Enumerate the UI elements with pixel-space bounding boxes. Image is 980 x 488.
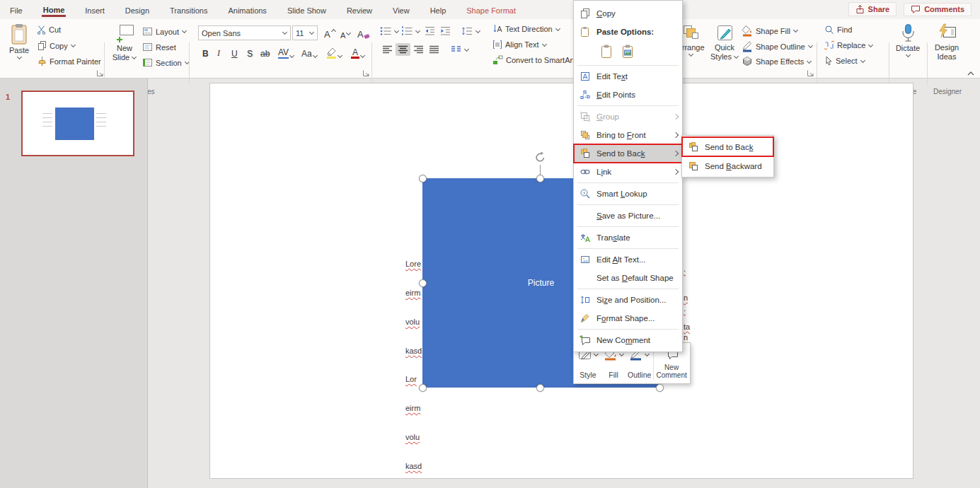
tab-review[interactable]: Review: [345, 3, 374, 17]
tab-slide-show[interactable]: Slide Show: [286, 3, 328, 17]
tab-home[interactable]: Home: [42, 2, 67, 17]
resize-handle-bottom-left[interactable]: [419, 384, 427, 392]
strikethrough-button[interactable]: ab: [259, 45, 271, 59]
align-text-icon: [492, 40, 502, 50]
tab-help[interactable]: Help: [429, 3, 448, 17]
font-dialog-launcher-icon[interactable]: [362, 69, 370, 77]
layout-button[interactable]: Layout: [142, 27, 187, 36]
menu-item-new-comment[interactable]: New Comment: [574, 331, 682, 349]
replace-button[interactable]: Replace: [824, 40, 873, 50]
caret-down-icon: [346, 30, 351, 35]
menu-item-copy[interactable]: Copy: [574, 4, 682, 23]
menu-item-size-position[interactable]: Size and Position...: [574, 291, 682, 309]
reset-button[interactable]: Reset: [142, 42, 176, 52]
justify-button[interactable]: [427, 43, 442, 56]
menu-item-smart-lookup[interactable]: Smart Lookup: [574, 185, 682, 203]
text-shadow-button[interactable]: S: [246, 45, 254, 59]
drawing-dialog-launcher-icon[interactable]: [807, 69, 814, 77]
copy-button[interactable]: Copy: [37, 40, 76, 51]
menu-item-set-default-shape[interactable]: Set as Default Shape: [574, 269, 682, 287]
shape-fill-button[interactable]: Shape Fill: [742, 25, 798, 37]
copy-icon: [37, 40, 47, 51]
submenu-item-send-to-back[interactable]: Send to Back: [682, 137, 773, 156]
resize-handle-top-middle[interactable]: [536, 175, 544, 182]
select-button[interactable]: Select: [824, 56, 865, 66]
arrange-icon: [681, 23, 701, 42]
share-button[interactable]: Share: [848, 2, 897, 16]
menu-item-save-as-picture[interactable]: Save as Picture...: [574, 207, 682, 225]
numbering-button[interactable]: [401, 26, 420, 36]
section-button[interactable]: Section: [142, 58, 190, 67]
shrink-font-button[interactable]: A: [339, 25, 352, 40]
menu-item-link[interactable]: Link: [574, 163, 682, 181]
find-button[interactable]: Find: [824, 25, 852, 35]
chevron-down-icon: [132, 54, 137, 59]
new-slide-button[interactable]: New Slide: [110, 23, 139, 62]
align-left-button[interactable]: [380, 43, 395, 56]
rotation-handle[interactable]: [534, 151, 546, 163]
menu-separator: [577, 65, 679, 66]
menu-item-edit-text[interactable]: Edit Text: [574, 67, 682, 86]
resize-handle-middle-left[interactable]: [419, 279, 427, 287]
quick-styles-button[interactable]: Quick Styles: [708, 23, 741, 61]
tab-insert[interactable]: Insert: [83, 3, 106, 17]
decrease-indent-button[interactable]: [425, 26, 435, 35]
menu-item-send-to-back[interactable]: Send to Back: [574, 144, 682, 163]
menu-separator: [577, 204, 679, 205]
comments-button[interactable]: Comments: [904, 3, 972, 16]
align-center-button[interactable]: [396, 43, 410, 56]
change-case-button[interactable]: Aa: [300, 45, 319, 59]
menu-item-edit-alt-text[interactable]: Edit Alt Text...: [574, 250, 682, 269]
tab-design[interactable]: Design: [124, 3, 151, 17]
paste-picture-button[interactable]: [621, 44, 635, 59]
character-spacing-button[interactable]: AV: [277, 45, 296, 59]
increase-indent-button[interactable]: [440, 26, 451, 35]
align-text-button[interactable]: Align Text: [492, 40, 547, 50]
tab-view[interactable]: View: [391, 3, 411, 17]
send-to-back-icon: [687, 141, 699, 153]
dictate-button[interactable]: Dictate: [893, 23, 923, 58]
bring-to-front-icon: [579, 129, 591, 141]
line-spacing-button[interactable]: [461, 26, 480, 36]
shape-outline-button[interactable]: Shape Outline: [742, 40, 813, 52]
format-painter-button[interactable]: Format Painter: [37, 56, 101, 66]
chevron-down-icon: [860, 57, 865, 62]
shape-effects-button[interactable]: Shape Effects: [742, 56, 812, 67]
text-direction-button[interactable]: Text Direction: [492, 24, 560, 34]
bold-button[interactable]: B: [201, 45, 210, 59]
bullets-button[interactable]: [380, 26, 399, 36]
font-family-combobox[interactable]: Open Sans: [198, 25, 291, 40]
paste-button[interactable]: Paste: [6, 23, 33, 60]
align-right-button[interactable]: [411, 43, 426, 56]
chevron-down-icon: [868, 42, 873, 47]
tab-file[interactable]: File: [8, 3, 24, 17]
tab-animations[interactable]: Animations: [226, 3, 267, 17]
slide-thumbnail-1[interactable]: [21, 91, 134, 156]
resize-handle-top-left[interactable]: [419, 175, 427, 182]
resize-handle-bottom-right[interactable]: [656, 384, 664, 392]
grow-font-button[interactable]: A: [323, 25, 338, 40]
underline-button[interactable]: U: [230, 45, 239, 59]
menu-item-bring-to-front[interactable]: Bring to Front: [574, 126, 682, 144]
text-highlight-button[interactable]: [325, 45, 344, 59]
ribbon: Paste Cut Copy Format Painter Clipboard …: [0, 19, 980, 79]
clipboard-dialog-launcher-icon[interactable]: [96, 69, 104, 77]
collapse-ribbon-icon[interactable]: [967, 70, 975, 76]
submenu-item-send-backward[interactable]: Send Backward: [682, 156, 773, 175]
paste-keep-source-button[interactable]: [599, 44, 613, 59]
convert-to-smartart-button[interactable]: Convert to SmartArt: [492, 55, 575, 65]
tab-shape-format[interactable]: Shape Format: [465, 3, 517, 17]
clear-formatting-button[interactable]: A: [356, 25, 371, 40]
resize-handle-bottom-middle[interactable]: [536, 384, 544, 392]
font-color-button[interactable]: A: [350, 45, 367, 59]
cut-button[interactable]: Cut: [37, 25, 61, 35]
menu-item-edit-points[interactable]: Edit Points: [574, 86, 682, 104]
menu-item-format-shape[interactable]: Format Shape...: [574, 309, 682, 327]
tab-transitions[interactable]: Transitions: [168, 3, 209, 17]
menu-item-translate[interactable]: Translate: [574, 228, 682, 247]
design-ideas-button[interactable]: Design Ideas: [930, 23, 964, 61]
menu-separator: [577, 289, 679, 289]
font-size-combobox[interactable]: 11: [292, 25, 318, 40]
columns-button[interactable]: [449, 43, 471, 56]
italic-button[interactable]: I: [216, 45, 221, 59]
